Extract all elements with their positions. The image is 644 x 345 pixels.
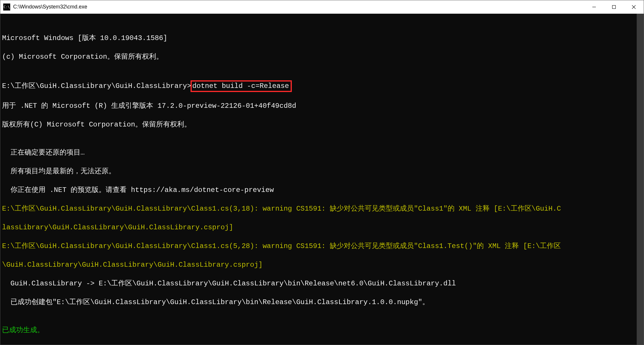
close-button[interactable] — [624, 0, 644, 13]
titlebar[interactable]: C:\ C:\Windows\System32\cmd.exe — [0, 0, 644, 14]
output-line: 正在确定要还原的项目… — [2, 148, 642, 157]
output-line: GuiH.ClassLibrary -> E:\工作区\GuiH.ClassLi… — [2, 279, 642, 288]
maximize-button[interactable] — [604, 0, 624, 13]
highlight-annotation: dotnet build -c=Release — [191, 80, 292, 92]
window-title: C:\Windows\System32\cmd.exe — [13, 4, 87, 10]
output-line: 版权所有(C) Microsoft Corporation。保留所有权利。 — [2, 120, 642, 129]
command-text: dotnet build -c=Release — [192, 82, 289, 90]
window-controls — [584, 0, 644, 13]
warning-line: lassLibrary\GuiH.ClassLibrary\GuiH.Class… — [2, 223, 642, 232]
warning-line: E:\工作区\GuiH.ClassLibrary\GuiH.ClassLibra… — [2, 242, 642, 251]
output-line: 所有项目均是最新的，无法还原。 — [2, 167, 642, 176]
cmd-window: C:\ C:\Windows\System32\cmd.exe Microsof… — [0, 0, 644, 345]
output-line: 用于 .NET 的 Microsoft (R) 生成引擎版本 17.2.0-pr… — [2, 101, 642, 111]
warning-line: E:\工作区\GuiH.ClassLibrary\GuiH.ClassLibra… — [2, 204, 642, 214]
scrollbar-thumb[interactable] — [637, 14, 644, 345]
output-line: 你正在使用 .NET 的预览版。请查看 https://aka.ms/dotne… — [2, 185, 642, 195]
minimize-button[interactable] — [584, 0, 604, 13]
warning-line: \GuiH.ClassLibrary\GuiH.ClassLibrary\Gui… — [2, 260, 642, 270]
prompt: E:\工作区\GuiH.ClassLibrary\GuiH.ClassLibra… — [2, 82, 191, 90]
output-line: Microsoft Windows [版本 10.0.19043.1586] — [2, 34, 642, 43]
scrollbar-track[interactable] — [637, 14, 644, 345]
svg-rect-1 — [612, 5, 616, 8]
output-line: 已成功创建包"E:\工作区\GuiH.ClassLibrary\GuiH.Cla… — [2, 298, 642, 307]
cmd-icon: C:\ — [3, 4, 10, 11]
output-line: (c) Microsoft Corporation。保留所有权利。 — [2, 52, 642, 62]
output-line: E:\工作区\GuiH.ClassLibrary\GuiH.ClassLibra… — [2, 80, 642, 92]
terminal-output[interactable]: Microsoft Windows [版本 10.0.19043.1586] (… — [0, 14, 644, 345]
success-line: 已成功生成。 — [2, 326, 642, 335]
